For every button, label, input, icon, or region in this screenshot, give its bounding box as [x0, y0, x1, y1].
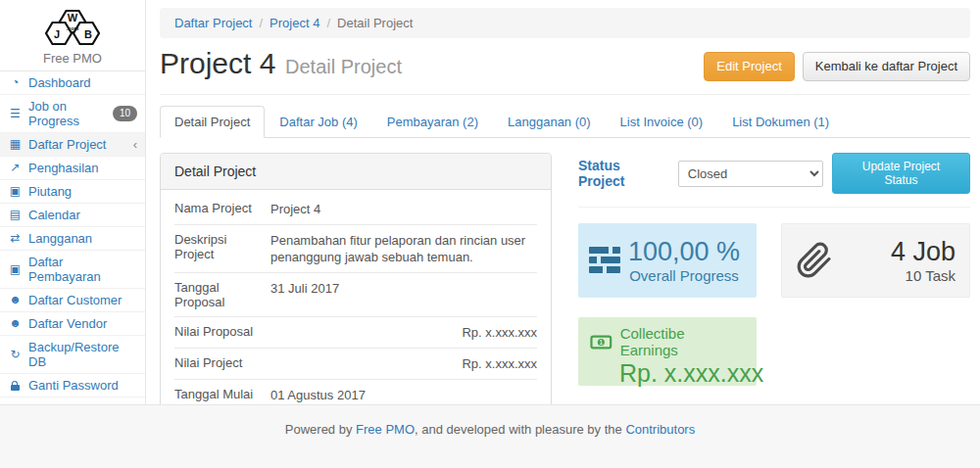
sidebar-menu: ◔ Dashboard ☰ Job on Progress 10 ▦ Dafta…: [0, 71, 145, 421]
sidebar-item-calendar[interactable]: ▤ Calendar: [0, 204, 145, 226]
status-select[interactable]: Closed: [678, 161, 823, 187]
sidebar-item: ◔ Dashboard: [0, 71, 145, 95]
sidebar-item-langganan[interactable]: ⇄ Langganan: [0, 227, 145, 250]
sidebar-item-label: Ganti Password: [28, 378, 119, 393]
tab-list-invoice[interactable]: List Invoice (0): [606, 106, 718, 138]
footer-free-pmo-link[interactable]: Free PMO: [356, 422, 415, 437]
count-badge: 10: [113, 106, 137, 121]
sidebar-item: ↗ Penghasilan: [0, 157, 145, 180]
detail-row-value: 01 Agustus 2017: [270, 387, 537, 403]
tab-pembayaran[interactable]: Pembayaran (2): [372, 106, 493, 138]
sidebar-item: ▦ Daftar Project ‹: [0, 133, 145, 157]
detail-row-label: Deskripsi Project: [174, 232, 270, 265]
breadcrumb-current: Detail Project: [337, 16, 413, 30]
money-icon: 1: [590, 335, 612, 350]
progress-text: 100,00 % Overall Progress: [621, 237, 747, 285]
tab-langganan[interactable]: Langganan (0): [493, 106, 606, 138]
jobs-count: 4 Job: [833, 237, 956, 266]
edit-project-button[interactable]: Edit Project: [704, 52, 794, 81]
detail-row: Nama Project Project 4: [174, 194, 537, 225]
detail-row-label: Nilai Proposal: [174, 324, 270, 341]
sidebar-item-backup-restore-db[interactable]: ↻ Backup/Restore DB: [0, 336, 145, 373]
tab-detail-project[interactable]: Detail Project: [160, 106, 265, 138]
breadcrumb-project-4[interactable]: Project 4: [270, 16, 319, 30]
sidebar-item-label: Calendar: [28, 208, 80, 222]
chevron-left-icon: ‹: [133, 140, 137, 150]
brand-name: Free PMO: [0, 51, 145, 66]
sidebar-item-daftar-vendor[interactable]: ☻ Daftar Vendor: [0, 312, 145, 335]
sidebar-item-label: Daftar Customer: [28, 293, 122, 307]
tasks-count: 10 Task: [833, 266, 956, 285]
sidebar-item-daftar-pembayaran[interactable]: ▣ Daftar Pembayaran: [0, 251, 145, 288]
sidebar-item-label: Langganan: [28, 231, 92, 246]
sidebar-item: ☻ Daftar Vendor: [0, 312, 145, 336]
sidebar-item-label: Piutang: [28, 184, 72, 199]
status-project-label: Status Project: [578, 158, 669, 189]
detail-row-label: Tanggal Proposal: [174, 280, 270, 309]
sidebar-item-piutang[interactable]: ▣ Piutang: [0, 180, 145, 203]
detail-row-value: Rp. x.xxx.xxx: [270, 355, 537, 372]
sidebar-item: ⇄ Langganan: [0, 227, 145, 251]
svg-text:B: B: [84, 28, 92, 40]
detail-row-label: Nama Project: [174, 201, 270, 217]
tasks-icon: ☰: [8, 107, 23, 121]
tab-daftar-job[interactable]: Daftar Job (4): [265, 106, 371, 138]
header-buttons: Edit Project Kembali ke daftar Project: [704, 52, 970, 81]
earnings-amount: Rp. x.xxx.xxx: [619, 359, 745, 387]
detail-row: Nilai Project Rp. x.xxx.xxx: [174, 349, 537, 380]
jwb-logo-icon: W J B .com: [35, 8, 110, 48]
detail-row-label: Nilai Project: [174, 355, 270, 372]
page-title-group: Project 4 Detail Project: [160, 47, 402, 80]
sidebar-item-label: Penghasilan: [28, 161, 99, 175]
page-title: Project 4: [160, 47, 275, 79]
detail-row: Tanggal Proposal 31 Juli 2017: [174, 273, 537, 317]
table-icon: ▦: [8, 137, 23, 152]
sidebar-item: ▣ Daftar Pembayaran: [0, 251, 145, 289]
sidebar-item-label: Daftar Vendor: [28, 316, 107, 331]
paperclip-icon: [796, 240, 833, 281]
svg-text:W: W: [68, 12, 78, 23]
line-chart-icon: ↗: [8, 161, 23, 175]
sidebar-item-label: Daftar Project: [28, 137, 106, 152]
detail-row-value: Rp. x.xxx.xxx: [270, 324, 537, 341]
footer-contributors-link[interactable]: Contributors: [625, 422, 695, 437]
sidebar-item-label: Backup/Restore DB: [28, 340, 137, 369]
breadcrumb-daftar-project[interactable]: Daftar Project: [174, 16, 252, 30]
sidebar-item-label: Daftar Pembayaran: [28, 255, 137, 284]
sidebar-item-dashboard[interactable]: ◔ Dashboard: [0, 71, 145, 94]
money-icon: ▣: [8, 262, 23, 277]
main-content: Daftar Project/Project 4/Detail Project …: [146, 0, 980, 404]
sidebar-item-label: Dashboard: [28, 75, 91, 90]
sidebar-item-ganti-password[interactable]: Ganti Password: [0, 374, 145, 397]
dashboard-icon: ◔: [8, 75, 23, 90]
retweet-icon: ⇄: [8, 231, 23, 246]
page-header: Project 4 Detail Project Edit Project Ke…: [160, 38, 970, 95]
detail-row-value: Penambahan fitur pelaporan dan rincian u…: [270, 232, 537, 265]
tab-list-dokumen[interactable]: List Dokumen (1): [717, 106, 844, 138]
lock-icon: [8, 378, 23, 393]
sidebar-item-daftar-customer[interactable]: ☻ Daftar Customer: [0, 289, 145, 311]
sidebar-item-job-on-progress[interactable]: ☰ Job on Progress 10: [0, 95, 145, 132]
sidebar-item: Ganti Password: [0, 374, 145, 398]
progress-percent: 100,00 %: [621, 237, 747, 266]
sidebar-item-label: Job on Progress: [28, 99, 107, 128]
page: W J B .com Free PMO ◔ Dashboard ☰ Job on…: [0, 0, 980, 404]
sidebar-item-daftar-project[interactable]: ▦ Daftar Project ‹: [0, 133, 145, 156]
tasks-icon: [588, 246, 621, 275]
earnings-header: 1 Collectibe Earnings: [590, 325, 745, 358]
sidebar-item: ☰ Job on Progress 10: [0, 95, 145, 133]
back-to-list-button[interactable]: Kembali ke daftar Project: [803, 52, 970, 81]
svg-text:1: 1: [600, 338, 604, 345]
sidebar-item-penghasilan[interactable]: ↗ Penghasilan: [0, 157, 145, 179]
tab-bar: Detail Project Daftar Job (4) Pembayaran…: [160, 106, 970, 138]
detail-row: Nilai Proposal Rp. x.xxx.xxx: [174, 317, 537, 349]
detail-row-label: Tanggal Mulai: [174, 387, 270, 403]
progress-caption: Overall Progress: [621, 266, 747, 285]
overall-progress-card: 100,00 % Overall Progress: [578, 223, 757, 298]
collectible-earnings-card: 1 Collectibe Earnings Rp. x.xxx.xxx: [578, 317, 757, 386]
footer-text: , and developed with pleasure by the: [415, 422, 625, 437]
jobs-text: 4 Job 10 Task: [833, 237, 956, 285]
logo-box: W J B .com Free PMO: [0, 0, 145, 71]
footer: Powered by Free PMO, and developed with …: [0, 404, 980, 468]
update-project-status-button[interactable]: Update Project Status: [832, 153, 970, 194]
